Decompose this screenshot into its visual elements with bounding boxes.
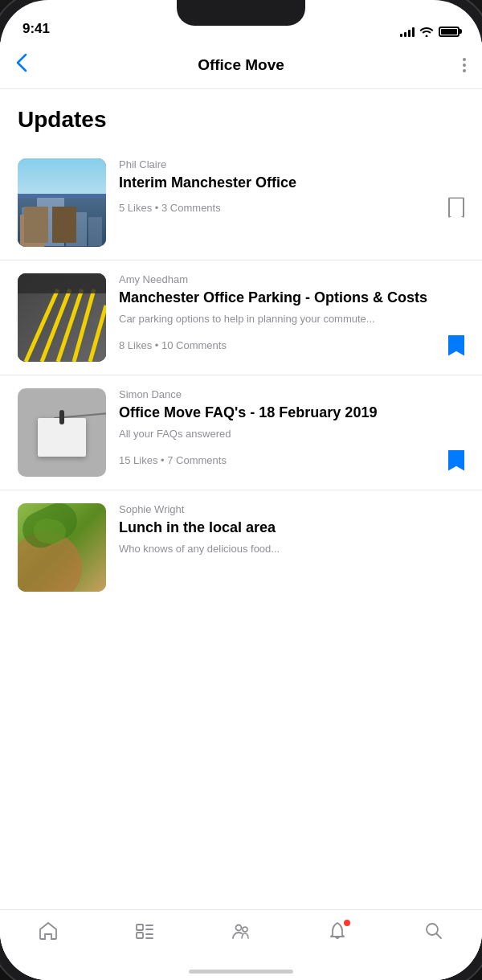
svg-point-15 [243,927,247,932]
post-meta-1: 5 Likes • 3 Comments [119,197,464,218]
tab-people[interactable] [217,920,265,942]
battery-icon [439,27,460,37]
section-title: Updates [0,89,482,146]
people-icon-wrap [230,920,252,942]
post-thumbnail-4 [18,503,106,592]
post-item-1[interactable]: Phil Claire Interim Manchester Office 5 … [0,146,482,260]
dot-3 [463,69,466,72]
nav-header: Office Move [0,42,482,89]
signal-bar-1 [400,34,402,37]
signal-bar-4 [412,27,415,37]
tab-feed[interactable] [120,920,169,942]
bell-icon-wrap [326,920,349,942]
post-content-1: Phil Claire Interim Manchester Office 5 … [119,158,464,218]
author-name-2: Amy Needham [119,273,464,285]
bookmark-button-1[interactable] [448,197,464,218]
wifi-icon [419,26,434,37]
people-icon [231,921,251,941]
home-indicator [189,970,293,974]
author-name-3: Simon Dance [119,388,464,400]
svg-rect-7 [18,273,106,293]
post-thumbnail-1 [18,158,106,247]
post-excerpt-2: Car parking options to help in planning … [119,312,464,326]
post-content-4: Sophie Wright Lunch in the local area Wh… [119,503,464,565]
search-icon-wrap [423,920,445,942]
post-item-4[interactable]: Sophie Wright Lunch in the local area Wh… [0,490,482,605]
page-title: Office Move [198,56,284,74]
tab-notifications[interactable] [313,920,362,942]
bookmark-button-3[interactable] [448,450,464,471]
tab-search[interactable] [410,920,458,942]
post-thumbnail-2 [18,273,106,362]
post-content-3: Simon Dance Office Move FAQ's - 18 Febru… [119,388,464,471]
parking-thumbnail-svg [18,273,106,362]
post-title-2: Manchester Office Parking - Options & Co… [119,289,464,307]
post-title-1: Interim Manchester Office [119,174,464,192]
home-icon [38,921,59,941]
post-meta-2: 8 Likes • 10 Comments [119,335,464,356]
dot-1 [463,58,466,61]
svg-rect-9 [137,933,143,938]
signal-bar-3 [408,30,411,37]
post-title-4: Lunch in the local area [119,519,464,537]
post-content-2: Amy Needham Manchester Office Parking - … [119,273,464,356]
signal-bar-2 [404,32,406,37]
back-button[interactable] [16,53,45,77]
battery-fill [441,29,457,35]
status-time: 9:41 [22,21,50,37]
bookmark-filled-icon-3 [448,450,464,471]
author-name-4: Sophie Wright [119,503,464,515]
notch [177,0,305,26]
notification-badge [344,920,350,926]
bookmark-filled-icon-2 [448,335,464,356]
more-dots-icon [463,58,466,72]
svg-rect-8 [137,925,143,930]
status-icons [400,26,460,37]
more-button[interactable] [437,58,466,72]
post-title-3: Office Move FAQ's - 18 February 2019 [119,404,464,422]
grid-icon [134,921,155,941]
author-name-1: Phil Claire [119,158,464,170]
signal-icon [400,26,415,37]
post-thumbnail-3 [18,388,106,477]
post-item-3[interactable]: Simon Dance Office Move FAQ's - 18 Febru… [0,375,482,490]
home-icon-wrap [37,920,59,942]
dot-2 [463,64,466,67]
post-stats-2: 8 Likes • 10 Comments [119,339,227,351]
post-stats-3: 15 Likes • 7 Comments [119,454,227,466]
phone-frame: 9:41 O [0,0,482,980]
search-icon [423,921,444,941]
screen-content: Office Move Updates [0,42,482,980]
post-item-2[interactable]: Amy Needham Manchester Office Parking - … [0,260,482,375]
post-meta-3: 15 Likes • 7 Comments [119,450,464,471]
feed-scroll-area[interactable]: Updates Phil Claire Interim Manchester O… [0,89,482,928]
post-excerpt-4: Who knows of any delicious food... [119,542,464,556]
bookmark-empty-icon-1 [448,197,464,218]
grid-icon-wrap [133,920,156,942]
bookmark-button-2[interactable] [448,335,464,356]
tab-home[interactable] [24,920,72,942]
post-excerpt-3: All your FAQs answered [119,427,464,441]
post-stats-1: 5 Likes • 3 Comments [119,202,221,214]
svg-line-17 [437,934,442,939]
svg-point-14 [236,925,242,931]
